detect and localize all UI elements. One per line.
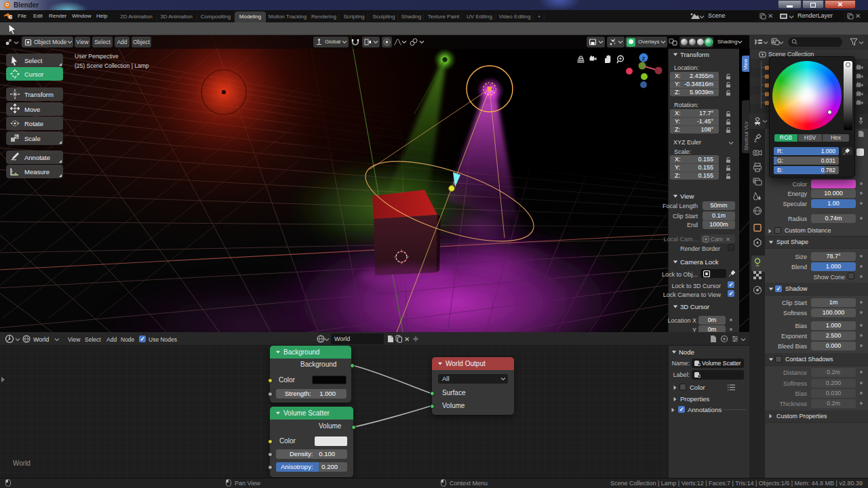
svg-text:Z: Z bbox=[642, 56, 646, 62]
